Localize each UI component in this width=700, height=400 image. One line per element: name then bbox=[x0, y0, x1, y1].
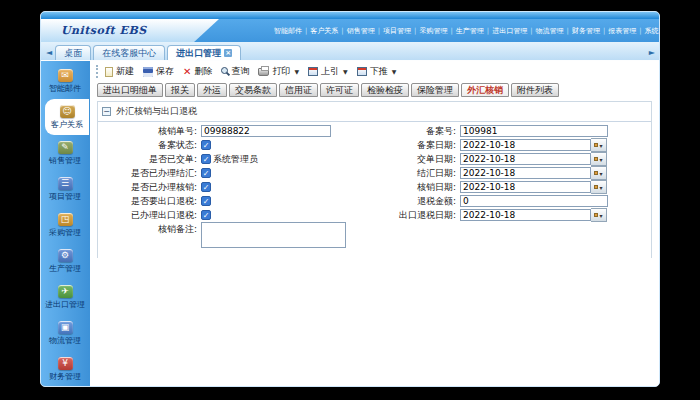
docs-submitted-checkbox[interactable]: ✓ bbox=[201, 154, 211, 164]
window-tab-label: 桌面 bbox=[64, 46, 82, 60]
delete-icon: ✕ bbox=[183, 67, 191, 77]
settlement-date-input[interactable] bbox=[460, 167, 591, 179]
window-tab-0[interactable]: 桌面 bbox=[55, 45, 91, 60]
export-rebate-date-input[interactable] bbox=[460, 209, 591, 221]
sidebar-item-7[interactable]: ▣物流管理 bbox=[41, 315, 89, 351]
subtab-8[interactable]: 外汇核销 bbox=[461, 83, 509, 97]
window-tab-label: 在线客服中心 bbox=[102, 46, 156, 60]
sidebar-item-label: 项目管理 bbox=[49, 191, 81, 202]
calendar-button[interactable]: ▾ bbox=[591, 180, 607, 194]
verification-done-checkbox[interactable]: ✓ bbox=[201, 182, 211, 192]
push-down-button[interactable]: 下推▼ bbox=[357, 65, 397, 78]
filing-no-input[interactable] bbox=[460, 125, 608, 137]
menu-separator: | bbox=[341, 27, 343, 35]
rebate-required-label: 是否要出口退税: bbox=[98, 194, 201, 208]
tab-scroll-left-icon[interactable]: ◄ bbox=[46, 48, 52, 57]
sidebar-item-4[interactable]: ◳采购管理 bbox=[41, 207, 89, 243]
subtab-9[interactable]: 附件列表 bbox=[511, 83, 559, 97]
collapse-icon[interactable]: − bbox=[102, 107, 111, 116]
import-export-icon: ✈ bbox=[58, 285, 73, 298]
subtab-7[interactable]: 保险管理 bbox=[411, 83, 459, 97]
menu-item-5[interactable]: 生产管理 bbox=[455, 26, 485, 36]
sidebar-item-label: 进出口管理 bbox=[45, 299, 85, 310]
save-button[interactable]: 保存 bbox=[143, 65, 174, 78]
tab-scroll-right-icon[interactable]: ► bbox=[649, 48, 655, 57]
sidebar-item-3[interactable]: ☰项目管理 bbox=[41, 171, 89, 207]
pull-up-button[interactable]: 上引▼ bbox=[308, 65, 348, 78]
subtab-4[interactable]: 信用证 bbox=[279, 83, 318, 97]
subtab-6[interactable]: 检验检疫 bbox=[361, 83, 409, 97]
calendar-icon bbox=[594, 213, 598, 217]
sidebar-item-label: 智能邮件 bbox=[49, 83, 81, 94]
docs-date-input[interactable] bbox=[460, 153, 591, 165]
window-top-strip bbox=[41, 12, 659, 19]
delete-button[interactable]: ✕删除 bbox=[183, 65, 212, 78]
menu-item-0[interactable]: 智能邮件 bbox=[273, 26, 303, 36]
fx-settled-checkbox[interactable]: ✓ bbox=[201, 168, 211, 178]
menu-item-1[interactable]: 客户关系 bbox=[309, 26, 339, 36]
sidebar-item-5[interactable]: ⚙生产管理 bbox=[41, 243, 89, 279]
rebate-done-checkbox[interactable]: ✓ bbox=[201, 210, 211, 220]
sidebar-item-8[interactable]: ¥财务管理 bbox=[41, 351, 89, 387]
docs-submitted-suffix: 系统管理员 bbox=[213, 153, 258, 166]
toolbar-button-label: 上引 bbox=[321, 65, 339, 78]
menu-item-4[interactable]: 采购管理 bbox=[418, 26, 448, 36]
print-button[interactable]: 打印▼ bbox=[258, 65, 299, 78]
filing-no-label: 备案号: bbox=[390, 124, 460, 138]
customer-icon: ☺ bbox=[60, 105, 75, 118]
subtab-0[interactable]: 进出口明细单 bbox=[97, 83, 163, 97]
subtab-5[interactable]: 许可证 bbox=[320, 83, 359, 97]
calendar-button[interactable]: ▾ bbox=[591, 208, 607, 222]
purchase-icon: ◳ bbox=[58, 213, 73, 226]
sidebar-item-label: 生产管理 bbox=[49, 263, 81, 274]
search-button[interactable]: 查询 bbox=[221, 65, 249, 78]
calendar-button[interactable]: ▾ bbox=[591, 138, 607, 152]
new-button[interactable]: 新建 bbox=[105, 65, 134, 78]
sidebar-item-6[interactable]: ✈进出口管理 bbox=[41, 279, 89, 315]
sidebar-item-label: 销售管理 bbox=[49, 155, 81, 166]
window-tab-1[interactable]: 在线客服中心 bbox=[93, 45, 165, 60]
sales-icon: ✎ bbox=[58, 141, 73, 154]
calendar-button[interactable]: ▾ bbox=[591, 152, 607, 166]
section-header: − 外汇核销与出口退税 bbox=[98, 102, 651, 122]
menu-item-6[interactable]: 进出口管理 bbox=[491, 26, 528, 36]
dropdown-arrow-icon[interactable]: ▼ bbox=[294, 68, 299, 75]
window-tab-label: 进出口管理 bbox=[176, 46, 221, 60]
dropdown-arrow-icon[interactable]: ▼ bbox=[343, 68, 348, 75]
verification-no-input[interactable] bbox=[201, 125, 331, 137]
verification-memo-textarea[interactable] bbox=[201, 222, 346, 248]
menu-item-10[interactable]: 系统设置 bbox=[644, 26, 660, 36]
tab-close-icon[interactable]: × bbox=[224, 49, 232, 57]
subtab-3[interactable]: 交易条款 bbox=[229, 83, 277, 97]
menu-separator: | bbox=[450, 27, 452, 35]
menu-item-8[interactable]: 财务管理 bbox=[571, 26, 601, 36]
sidebar-item-1[interactable]: ☺客户关系 bbox=[45, 99, 89, 135]
form-row-verification-done: 是否已办理核销:✓ bbox=[98, 180, 390, 194]
filing-date-input[interactable] bbox=[460, 139, 591, 151]
menu-item-2[interactable]: 销售管理 bbox=[346, 26, 376, 36]
sidebar-item-0[interactable]: ✉智能邮件 bbox=[41, 63, 89, 99]
form-row-export-rebate-date: 出口退税日期:▾ bbox=[390, 208, 642, 222]
filing-status-checkbox[interactable]: ✓ bbox=[201, 140, 211, 150]
calendar-button[interactable]: ▾ bbox=[591, 166, 607, 180]
filing-date-field: ▾ bbox=[460, 138, 607, 152]
dropdown-arrow-icon[interactable]: ▼ bbox=[392, 68, 397, 75]
subtab-2[interactable]: 外运 bbox=[197, 83, 227, 97]
sidebar: ✉智能邮件☺客户关系✎销售管理☰项目管理◳采购管理⚙生产管理✈进出口管理▣物流管… bbox=[41, 61, 89, 387]
rebate-required-checkbox[interactable]: ✓ bbox=[201, 196, 211, 206]
window-tab-2[interactable]: 进出口管理× bbox=[167, 45, 241, 60]
docs-date-field: ▾ bbox=[460, 152, 607, 166]
toolbar-grip-handle[interactable] bbox=[96, 65, 98, 78]
rebate-done-label: 已办理出口退税: bbox=[98, 208, 201, 222]
export-rebate-date-field: ▾ bbox=[460, 208, 607, 222]
menu-item-9[interactable]: 报表管理 bbox=[607, 26, 637, 36]
menu-item-7[interactable]: 物流管理 bbox=[535, 26, 565, 36]
toolbar-button-label: 保存 bbox=[156, 65, 174, 78]
form-row-verification-memo: 核销备注: bbox=[98, 222, 390, 248]
rebate-amount-input[interactable] bbox=[460, 195, 608, 207]
subtab-1[interactable]: 报关 bbox=[165, 83, 195, 97]
verification-date-input[interactable] bbox=[460, 181, 591, 193]
calendar-icon bbox=[594, 143, 598, 147]
menu-item-3[interactable]: 项目管理 bbox=[382, 26, 412, 36]
sidebar-item-2[interactable]: ✎销售管理 bbox=[41, 135, 89, 171]
